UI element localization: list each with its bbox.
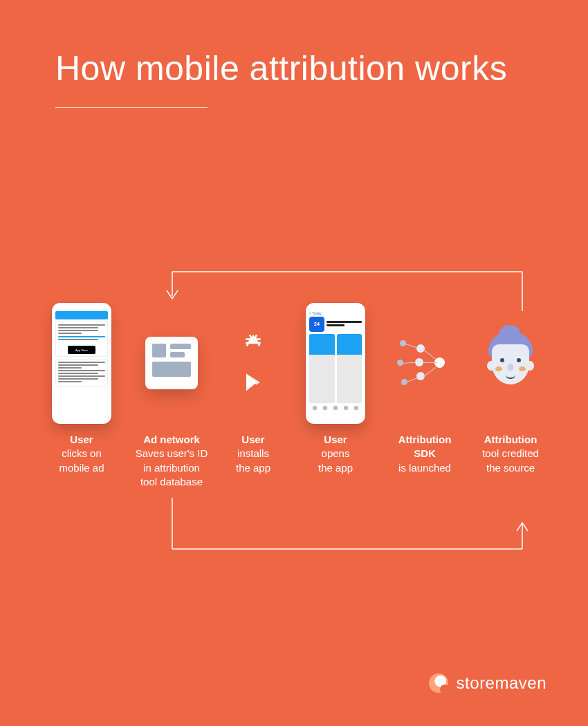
caption-bold: User [70, 434, 93, 445]
page-title: How mobile attribution works [55, 48, 507, 89]
step-user-clicks-ad: App Store User clicks on mobile ad [36, 297, 127, 489]
caption-bold: User [324, 434, 347, 445]
step-ad-network: Ad network Saves user's ID in attributio… [127, 297, 216, 489]
step-attribution-credited: Attribution tool credited the source [469, 297, 552, 489]
caption-rest: installs the app [236, 447, 270, 473]
brand-logo-icon [429, 673, 448, 693]
caption-rest: opens the app [318, 447, 353, 473]
caption-bold: User [241, 434, 264, 445]
brand-name: storemaven [457, 673, 546, 693]
google-play-icon [241, 371, 265, 394]
step-user-installs: User installs the app [216, 297, 291, 489]
app-store-icon [241, 332, 265, 355]
caption: User clicks on mobile ad [59, 433, 104, 475]
caption-rest: tool credited the source [482, 447, 539, 473]
caption-bold: Attribution [484, 434, 538, 445]
ad-network-card-icon [145, 337, 198, 389]
step-attribution-sdk: Attribution SDK is launched [380, 297, 469, 489]
caption-bold: Ad network [143, 434, 200, 445]
title-underline [55, 107, 208, 108]
caption-bold: Attribution SDK [398, 434, 452, 459]
caption: User opens the app [318, 433, 353, 475]
caption: Attribution tool credited the source [482, 433, 539, 475]
step-user-opens: < Today 24 User opens the app [291, 297, 380, 489]
caption: User installs the app [236, 433, 270, 475]
caption-rest: is launched [398, 462, 451, 474]
phone-mobile-ad-icon: App Store [52, 303, 111, 424]
caption-rest: clicks on mobile ad [59, 447, 104, 473]
caption-rest: Saves user's ID in attribution tool data… [136, 447, 208, 487]
phone-app-store-icon: < Today 24 [306, 303, 365, 424]
brand-footer: storemaven [429, 673, 546, 693]
caption: Ad network Saves user's ID in attributio… [136, 433, 208, 489]
sdk-network-icon [397, 339, 452, 387]
flow-row: App Store User clicks on mobile ad [0, 297, 588, 489]
user-avatar-icon [483, 332, 538, 394]
caption: Attribution SDK is launched [398, 433, 452, 475]
